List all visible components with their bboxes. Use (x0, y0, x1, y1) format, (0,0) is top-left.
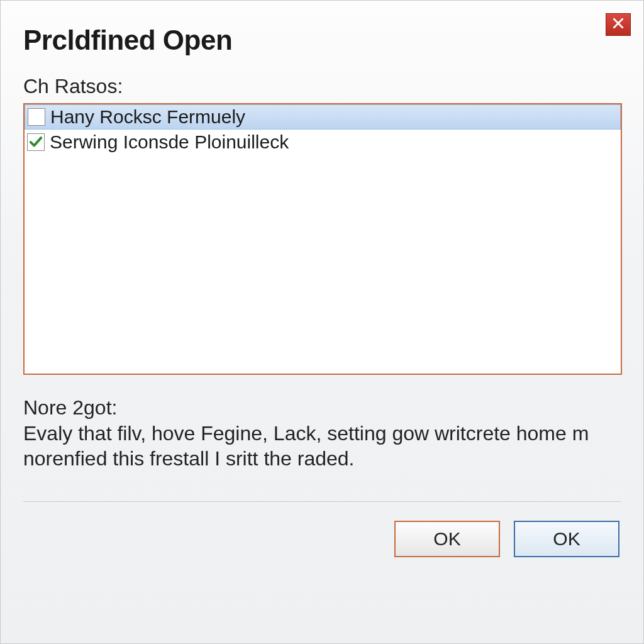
description-label: Nore 2got: (23, 396, 621, 419)
list-item[interactable]: Hany Rocksc Fermuely (25, 104, 621, 130)
dialog-title: Prcldfined Open (23, 25, 621, 56)
list-item-label: Hany Rocksc Fermuely (50, 106, 245, 128)
description-text: Evaly that filv, hove Fegine, Lack, sett… (23, 421, 621, 471)
button-row: OK OK (23, 521, 621, 557)
dialog-window: Prcldfined Open Ch Ratsos: Hany Rocksc F… (0, 0, 644, 644)
close-icon (613, 18, 624, 31)
ok-button-default[interactable]: OK (514, 521, 619, 557)
options-listbox[interactable]: Hany Rocksc Fermuely Serwing Iconsde Plo… (23, 103, 622, 375)
ok-button-primary[interactable]: OK (394, 521, 500, 557)
description-block: Nore 2got: Evaly that filv, hove Fegine,… (23, 396, 621, 471)
list-item-label: Serwing Iconsde Ploinuilleck (50, 131, 289, 153)
separator (23, 501, 621, 502)
button-label: OK (553, 528, 580, 550)
close-button[interactable] (606, 13, 631, 36)
checkbox-unchecked[interactable] (28, 108, 45, 126)
list-label: Ch Ratsos: (23, 75, 621, 98)
list-item[interactable]: Serwing Iconsde Ploinuilleck (25, 130, 621, 155)
checkbox-checked[interactable] (27, 133, 45, 151)
button-label: OK (433, 528, 460, 550)
